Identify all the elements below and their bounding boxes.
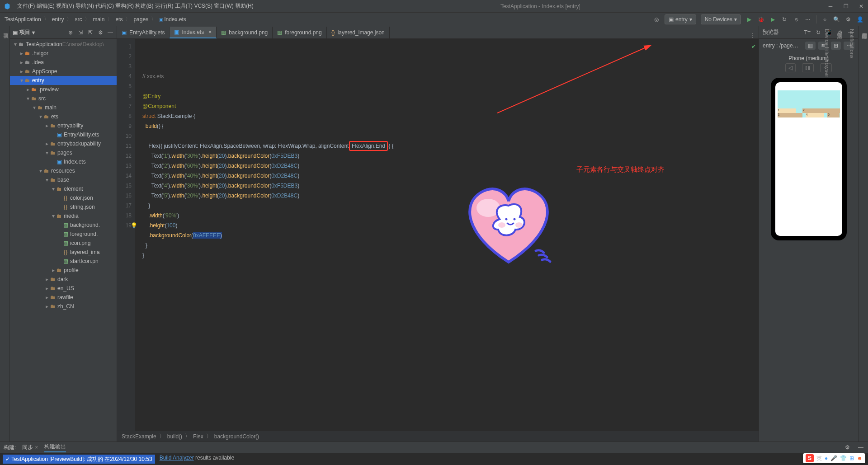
menu-item[interactable]: 视图(V) [56, 3, 74, 9]
tree-node[interactable]: ▸🖿dark [10, 275, 117, 284]
breadcrumb-item[interactable]: src [75, 16, 82, 23]
breadcrumb-item[interactable]: entry [52, 16, 64, 23]
tree-node[interactable]: ▸🖿entryability [10, 121, 117, 130]
gear-icon[interactable]: ⚙ [97, 29, 104, 36]
tree-node[interactable]: ▸🖿entrybackupability [10, 139, 117, 148]
menu-item[interactable]: VCS(S) [194, 3, 212, 9]
right-tool-button[interactable]: Notifications [849, 29, 855, 442]
tree-node[interactable]: ▾🖿base [10, 175, 117, 184]
breadcrumb-item[interactable]: ets [115, 16, 123, 23]
device-selector[interactable]: No Devices▾ [701, 14, 741, 24]
tree-node[interactable]: ▸🖿.preview [10, 85, 117, 94]
coverage-icon[interactable]: ▶ [769, 16, 776, 23]
editor-crumb[interactable]: backgroundColor() [214, 433, 259, 440]
text-icon[interactable]: Tᴛ [804, 29, 811, 36]
tree-node[interactable]: ▸🖿rawfile [10, 293, 117, 302]
menu-item[interactable]: 窗口(W) [214, 3, 233, 9]
tree-node[interactable]: {}color.json [10, 193, 117, 202]
breadcrumb-item[interactable]: pages [133, 16, 148, 23]
attach-icon[interactable]: ⎋ [793, 16, 800, 23]
build-result[interactable]: ✓ TestApplication [PreviewBuild]: 成功的 在2… [3, 455, 155, 464]
profile-icon[interactable]: ↻ [781, 16, 788, 23]
nav-back-icon[interactable]: ◁ [785, 63, 796, 72]
menu-item[interactable]: 编辑(E) [37, 3, 55, 9]
editor-tab[interactable]: ▧ background.png [217, 27, 273, 38]
tree-node[interactable]: ▾🖿ets [10, 112, 117, 121]
editor-crumb[interactable]: build() [167, 433, 182, 440]
tree-node[interactable]: ▸🖿profile [10, 266, 117, 275]
menu-item[interactable]: 运行(R) [155, 3, 174, 9]
collapse-icon[interactable]: ⇱ [87, 29, 94, 36]
search-icon[interactable]: 🔍 [833, 16, 840, 23]
tree-node[interactable]: ▸🖿en_US [10, 284, 117, 293]
editor-tab[interactable]: {} layered_image.json [327, 27, 390, 38]
menu-item[interactable]: 文件(F) [17, 3, 35, 9]
minimize-icon[interactable]: ─ [827, 3, 834, 9]
tree-node[interactable]: ▸🖿.hvigor [10, 49, 117, 58]
editor-tab[interactable]: ▣ EntryAbility.ets [117, 27, 170, 38]
tree-node[interactable]: ▧foreground. [10, 230, 117, 239]
menu-item[interactable]: 重构(R) [115, 3, 134, 9]
debug-icon[interactable]: 🐞 [757, 16, 764, 23]
editor-tab[interactable]: ▧ foreground.png [273, 27, 326, 38]
tree-node[interactable]: ▸🖿AppScope [10, 67, 117, 76]
project-tree[interactable]: ▾🖿TestApplication E:\nana\Desktop\▸🖿.hvi… [10, 39, 117, 442]
sync-tab[interactable]: 同步× [22, 444, 38, 451]
sync-icon[interactable]: ⟐ [821, 16, 828, 23]
locate-icon[interactable]: ⊕ [67, 29, 74, 36]
menu-item[interactable]: 工具(T) [175, 3, 193, 9]
refresh-icon[interactable]: ↻ [815, 29, 822, 36]
avatar-icon[interactable]: 👤 [856, 16, 863, 23]
breadcrumb-item[interactable]: ▣Index.ets [159, 16, 186, 23]
code-content[interactable]: ✔ // xxx.ets @Entry@Componentstruct Stac… [135, 39, 759, 431]
editor-breadcrumb[interactable]: StackExample〉build()〉Flex〉backgroundColo… [117, 431, 759, 442]
left-tool-strip[interactable]: 项目 [0, 26, 10, 442]
right-tool-button[interactable]: 应用与原服务体检 [860, 29, 868, 442]
close-icon[interactable]: ✕ [858, 3, 864, 9]
tree-node[interactable]: ▾🖿main [10, 103, 117, 112]
run-icon[interactable]: ▶ [745, 16, 753, 23]
expand-icon[interactable]: ⇲ [77, 29, 84, 36]
breadcrumb-item[interactable]: main [93, 16, 104, 23]
tree-node[interactable]: ▸🖿zh_CN [10, 302, 117, 311]
tree-node[interactable]: ▣EntryAbility.ets [10, 130, 117, 139]
tree-node[interactable]: ▾🖿TestApplication E:\nana\Desktop\ [10, 40, 117, 49]
tree-node[interactable]: ▾🖿media [10, 211, 117, 221]
settings-icon[interactable]: ⚙ [844, 16, 852, 23]
tree-node[interactable]: ▾🖿pages [10, 148, 117, 157]
editor-crumb[interactable]: StackExample [122, 433, 156, 440]
layout-icon[interactable]: ▥ [805, 42, 816, 50]
gear-icon[interactable]: ⚙ [844, 444, 851, 451]
menu-item[interactable]: 导航(N) [75, 3, 94, 9]
tree-node[interactable]: ▣Index.ets [10, 157, 117, 166]
tree-node[interactable]: ▧startIcon.pn [10, 257, 117, 266]
tree-node[interactable]: ▾🖿entry [10, 76, 117, 85]
run-config-selector[interactable]: ▣entry▾ [665, 14, 696, 24]
right-tool-strip[interactable]: 应用与原服务体检Notifications预览器Device File Brow… [858, 26, 868, 442]
menu-item[interactable]: 帮助(H) [235, 3, 254, 9]
hide-icon[interactable]: — [857, 444, 864, 451]
tree-node[interactable]: {}string.json [10, 202, 117, 211]
tree-node[interactable]: ▸🖿.idea [10, 58, 117, 67]
hide-icon[interactable]: — [107, 29, 114, 36]
tabs-more-icon[interactable]: ⋮ [746, 32, 759, 38]
tree-node[interactable]: ▾🖿element [10, 184, 117, 193]
split-icon[interactable]: ⫿⫿ [802, 63, 814, 72]
more-icon[interactable]: ⋯ [804, 16, 811, 23]
tree-node[interactable]: ▧icon.png [10, 239, 117, 248]
build-analyzer-link[interactable]: Build Analyzer [160, 455, 194, 461]
intention-bulb-icon[interactable]: 💡 [131, 221, 137, 230]
editor-tab[interactable]: ▣ Index.ets× [170, 27, 217, 38]
breadcrumb-item[interactable]: TestApplication [5, 16, 41, 23]
breadcrumb[interactable]: TestApplication〉entry〉src〉main〉ets〉pages… [5, 15, 186, 23]
maximize-icon[interactable]: ❐ [843, 3, 849, 9]
tree-node[interactable]: ▧background. [10, 221, 117, 230]
chevron-down-icon[interactable]: ▾ [32, 29, 35, 36]
tree-node[interactable]: {}layered_ima [10, 248, 117, 257]
tree-node[interactable]: ▾🖿src [10, 94, 117, 103]
target-icon[interactable]: ◎ [653, 16, 660, 23]
menu-item[interactable]: 代码(C) [95, 3, 114, 9]
ime-indicator[interactable]: S 英 ● 🎤 👕 ⊞ ☻ [803, 453, 865, 463]
build-output-tab[interactable]: 构建输出 [44, 443, 66, 452]
editor-crumb[interactable]: Flex [193, 433, 203, 440]
